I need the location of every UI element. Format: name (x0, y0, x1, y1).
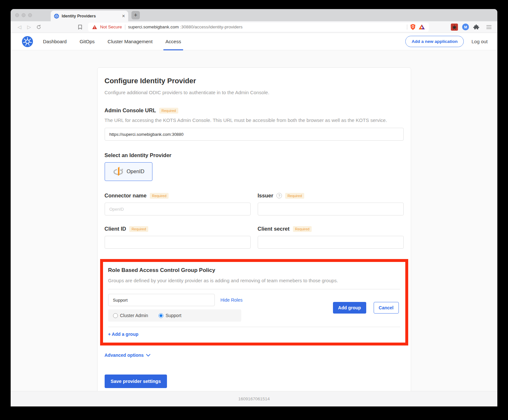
nav-item-access[interactable]: Access (163, 33, 183, 50)
bat-rewards-icon[interactable] (419, 24, 425, 30)
connector-name-label: Connector name (105, 193, 147, 199)
client-id-field: Client ID Required (105, 226, 251, 249)
page-subtitle: Configure additional ODIC providers to a… (105, 90, 404, 95)
nav-item-gitops[interactable]: GitOps (79, 33, 95, 50)
add-group-button[interactable]: Add group (333, 302, 366, 314)
group-editor-actions: Add group Cancel (333, 302, 400, 314)
openid-label: OpenID (127, 169, 144, 175)
required-badge: Required (129, 226, 148, 232)
page-title: Configure Identity Provider (105, 77, 404, 85)
client-id-label: Client ID (105, 226, 126, 232)
connector-name-input[interactable] (105, 203, 251, 215)
browser-toolbar: ◁ ▷ Not Secure superci.somebigba (11, 21, 497, 33)
client-secret-input[interactable] (258, 236, 404, 249)
save-provider-settings-button[interactable]: Save provider settings (105, 375, 167, 388)
tab-title: Identity Providers (62, 14, 119, 18)
role-label: Support (166, 313, 181, 318)
select-provider-section: Select an Identity Provider OpenID (105, 152, 404, 181)
cancel-button[interactable]: Cancel (374, 302, 399, 314)
configure-identity-provider-card: Configure Identity Provider Configure ad… (97, 67, 411, 391)
url-divider (407, 25, 407, 30)
brave-shield-icon[interactable] (410, 24, 416, 30)
red-extension-icon[interactable] (451, 24, 458, 31)
client-secret-label: Client secret (258, 226, 290, 232)
new-tab-button[interactable]: + (131, 11, 140, 19)
url-host: superci.somebigbank.com (128, 25, 179, 29)
required-badge: Required (150, 193, 169, 199)
role-option-support[interactable]: Support (159, 313, 181, 318)
admin-console-url-help: The URL for accessing the KOTS Admin Con… (105, 117, 404, 123)
radio-icon[interactable] (159, 313, 163, 318)
rbac-section-description: Groups are defined by your identity prov… (108, 278, 400, 283)
issuer-input[interactable] (258, 203, 404, 215)
issuer-label: Issuer (258, 193, 274, 199)
required-badge: Required (285, 193, 304, 199)
window-controls (15, 13, 32, 17)
zoom-window-button[interactable] (28, 13, 32, 17)
connector-name-field: Connector name Required (105, 193, 251, 215)
role-option-cluster-admin[interactable]: Cluster Admin (113, 313, 148, 318)
browser-tab[interactable]: Identity Providers × (51, 11, 128, 21)
select-provider-label: Select an Identity Provider (105, 152, 171, 158)
close-window-button[interactable] (15, 13, 19, 17)
extensions-puzzle-icon[interactable] (473, 24, 480, 30)
back-icon[interactable]: ◁ (15, 24, 24, 30)
minimize-window-button[interactable] (22, 13, 26, 17)
footer-bar: 1609167061514 (11, 391, 497, 406)
add-a-group-link[interactable]: + Add a group (108, 327, 139, 342)
browser-menu-icon[interactable] (486, 25, 492, 29)
forward-icon[interactable]: ▷ (24, 24, 34, 30)
red-highlight-box-rbac-section: Role Based Access Control Group Policy G… (100, 259, 408, 345)
admin-console-url-input[interactable] (105, 128, 404, 141)
page-content: Configure Identity Provider Configure ad… (11, 50, 497, 391)
url-path: :30880/access/identity-providers (180, 25, 243, 29)
app-navbar: Dashboard GitOps Cluster Management Acce… (11, 33, 497, 50)
extensions-area: M (451, 24, 492, 31)
openid-logo-icon (112, 166, 124, 177)
chevron-down-icon (146, 354, 150, 357)
footer-timestamp: 1609167061514 (238, 396, 270, 401)
close-tab-icon[interactable]: × (122, 14, 125, 19)
client-secret-field: Client secret Required (258, 226, 404, 249)
divider (108, 327, 400, 327)
url-bar[interactable]: Not Secure superci.somebigbank.com:30880… (88, 23, 429, 32)
bookmark-icon[interactable] (75, 25, 86, 30)
tab-favicon-kubernetes-icon (54, 14, 59, 19)
nav-item-cluster-management[interactable]: Cluster Management (108, 33, 152, 50)
profile-avatar[interactable]: M (462, 24, 469, 30)
advanced-options-label: Advanced options (105, 353, 144, 358)
admin-console-url-section: Admin Console URL Required The URL for a… (105, 107, 404, 141)
client-id-input[interactable] (105, 236, 251, 249)
required-badge: Required (293, 226, 312, 232)
not-secure-label: Not Secure (100, 25, 122, 29)
rbac-section-title: Role Based Access Control Group Policy (108, 267, 400, 274)
warning-triangle-icon (92, 25, 97, 29)
browser-window: Identity Providers × + ◁ ▷ (11, 9, 497, 406)
openid-provider-tile[interactable]: OpenID (105, 162, 152, 181)
add-new-application-button[interactable]: Add a new application (405, 36, 464, 47)
reload-icon[interactable] (34, 25, 44, 30)
url-divider (125, 25, 125, 30)
group-editor-row: Hide Roles Cluster Admin Support (108, 289, 400, 327)
logout-link[interactable]: Log out (472, 39, 488, 44)
nav-item-dashboard[interactable]: Dashboard (43, 33, 67, 50)
admin-console-url-label: Admin Console URL (105, 107, 156, 114)
radio-icon[interactable] (113, 313, 118, 318)
advanced-options-toggle[interactable]: Advanced options (105, 353, 404, 358)
hide-roles-link[interactable]: Hide Roles (221, 297, 243, 303)
issuer-help-icon[interactable]: ? (276, 193, 282, 198)
kubernetes-logo-icon[interactable] (22, 36, 33, 47)
required-badge: Required (159, 108, 178, 114)
group-editor-left: Hide Roles Cluster Admin Support (108, 294, 243, 322)
tab-strip: Identity Providers × + (11, 9, 497, 21)
issuer-field: Issuer ? Required (258, 193, 404, 215)
role-label: Cluster Admin (120, 313, 148, 318)
roles-radio-group: Cluster Admin Support (108, 309, 241, 322)
group-name-input[interactable] (108, 294, 215, 306)
